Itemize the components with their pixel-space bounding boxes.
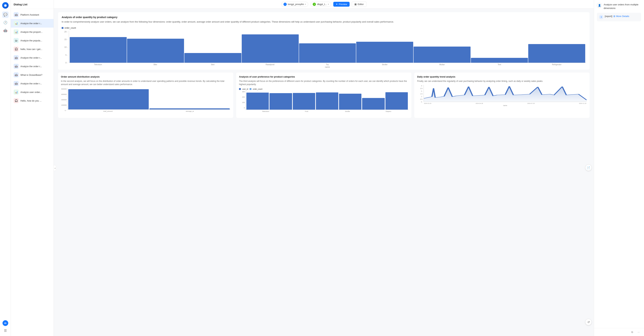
model2-name: dbgpt_t... [317, 3, 327, 5]
chart1-bar-3[interactable] [242, 34, 299, 63]
card-daily-trend: Daily order quantity trend analysis Fina… [414, 72, 590, 118]
dialog-label-7: Analyze the order r... [20, 65, 51, 68]
chart1-xlabel-5: Stroller [356, 63, 413, 65]
chart1-bar-0[interactable] [70, 37, 127, 63]
dialog-item-2[interactable]: 📊 Analyze the order r... [11, 19, 54, 27]
small-y-axis-3: 3 - 2.5- 2 - 1.5- 1 - 0.5- 0 - [417, 85, 424, 106]
dialog-icon-6: 🤖 [14, 55, 19, 60]
chart1-xlabel-0: Television [70, 63, 126, 65]
legend-dot [62, 27, 64, 29]
more-action-button[interactable]: ··· [636, 330, 641, 335]
model1-icon: T [284, 3, 287, 6]
dialog-label-8: What is OceanBase? [20, 74, 51, 76]
icon-bar: ◉ 💬 🕐 🤖 db ☰ [0, 0, 11, 336]
nav-history-icon[interactable]: 🕐 [2, 19, 8, 26]
preview-icon: ✦ [336, 3, 338, 5]
dialog-item-10[interactable]: 📊 Analyze user order... [11, 88, 54, 96]
dialog-item-1[interactable]: 🤖 Platform Assistant [11, 10, 54, 19]
chart1-bar-5[interactable] [356, 42, 413, 62]
right-panel-actions: ⧉ ··· [594, 328, 644, 336]
user-avatar[interactable]: db [2, 320, 8, 326]
small-y-axis-1: 800000 - 600000 - 400000 - 200000 - 0 - [61, 88, 67, 115]
chart1-bar-7[interactable] [471, 58, 528, 63]
mini-labels-2: Television Fruit Stroller Diapers [246, 110, 408, 112]
dialog-item-8[interactable]: 🤖 What is OceanBase? [11, 70, 54, 79]
nav-chat-icon[interactable]: 💬 [2, 11, 8, 18]
editor-button[interactable]: ▦ Editor [352, 1, 366, 7]
dialog-list-header: Dialog List [11, 0, 54, 9]
bars-wrapper-1 [69, 31, 586, 63]
small-bar-2g [386, 92, 408, 110]
small-bar-2f [362, 98, 384, 110]
external-link-icon: ⊞ [613, 15, 615, 17]
dialog-icon-2: 📊 [14, 21, 19, 26]
chart1-xlabel-7: Tent [471, 63, 528, 65]
model1-name: tongyi_proxyllm [288, 3, 304, 5]
model2-selector[interactable]: d dbgpt_t... ▾ [310, 2, 331, 7]
dialog-icon-10: 📊 [14, 89, 19, 95]
chart-legend: order_count [62, 27, 586, 29]
chart1-xlabel-8: Refrigerator [528, 63, 585, 65]
dialog-label-9: Analyze the order r... [20, 82, 51, 85]
card1-desc: In the second analysis, we will focus on… [61, 79, 230, 86]
card2-desc: The third analysis will focus on the pre… [239, 79, 408, 86]
top-bar: T tongyi_proxyllm ▾ d dbgpt_t... ▾ ✦ Pre… [54, 0, 594, 8]
dialog-item-6[interactable]: 🤖 Analyze the order r... [11, 53, 54, 62]
dialog-label-10: Analyze user order... [20, 91, 51, 93]
small-bar-2d [316, 92, 338, 110]
dialog-icon-5: 🎧 [14, 46, 19, 51]
chart1-xlabel-6: Multan [414, 63, 470, 65]
dialog-item-7[interactable]: 🤖 Analyze the order r... [11, 62, 54, 70]
dialog-icon-11: 🎧 [14, 98, 19, 103]
small-bars-2 [246, 91, 408, 110]
legend-label: order_count [64, 27, 76, 29]
small-y-axis-2: 300 200 100 0 [239, 91, 246, 112]
chart1-xlabel-2: Skirt [184, 63, 241, 65]
analysis-desc: In order to comprehensively analyze user… [62, 20, 586, 24]
copy-action-button[interactable]: ⧉ [630, 330, 635, 335]
model1-chevron-icon: ▾ [305, 3, 306, 5]
refresh-float-button[interactable]: ↺ [585, 319, 592, 325]
user-icon: 👤 [597, 3, 602, 8]
chart1-bar-2[interactable] [184, 53, 241, 63]
chart1-bar-8[interactable] [528, 44, 585, 63]
report-text: [report]: ⊞ More Details [605, 15, 629, 17]
more-details-link[interactable]: ⊞ More Details [613, 15, 629, 17]
card3-desc: Finally, we can understand the regularit… [417, 79, 587, 83]
small-bar-2e [339, 94, 362, 110]
collapse-sidebar-button[interactable]: ◂ [54, 165, 56, 171]
dialog-item-5[interactable]: 🎧 hello, how can i get... [11, 45, 54, 53]
chart1-bar-6[interactable] [414, 46, 470, 63]
dialog-label-6: Analyze the order r... [20, 56, 51, 59]
dialog-icon-3: 📊 [14, 29, 19, 34]
nav-agent-icon[interactable]: 🤖 [2, 27, 8, 34]
dialog-item-4[interactable]: 🗂 Analyze the popula... [11, 36, 54, 45]
user-message-text: Analyze user orders from multiple dimens… [604, 3, 641, 10]
trend-svg [424, 85, 587, 102]
preview-button[interactable]: ✦ Preview [333, 2, 350, 7]
dialog-label-4: Analyze the popula... [20, 39, 51, 42]
y-axis-1: 20 - 15 - 10 - 5 - 0 - [62, 31, 69, 68]
document-float-button[interactable]: 📄 [585, 164, 592, 171]
mini-labels-3: 2024-01-03 2024-04-28 2024-07-25 2024-11… [424, 103, 587, 104]
dialog-icon-9: 🤖 [14, 81, 19, 86]
card1-title: Order amount distribution analysis [61, 75, 230, 78]
nav-menu-icon[interactable]: ☰ [2, 328, 8, 334]
small-chart-2: user_id order_count 300 200 100 0 [239, 88, 408, 115]
dialog-icon-4: 🗂 [14, 38, 19, 43]
small-bar-1a [68, 89, 149, 109]
card2-legend1: user_id [242, 88, 248, 90]
card3-title: Daily order quantity trend analysis [417, 75, 587, 78]
dialog-item-9[interactable]: 🤖 Analyze the order r... [11, 79, 54, 88]
dialog-icon-1: 🤖 [14, 12, 19, 17]
app-logo: ◉ [2, 2, 8, 8]
chart1-bar-4[interactable] [299, 43, 356, 62]
dialog-item-3[interactable]: 📊 Analyze the proport... [11, 27, 54, 36]
analysis-grid: Order amount distribution analysis In th… [58, 72, 590, 118]
main-area: T tongyi_proxyllm ▾ d dbgpt_t... ▾ ✦ Pre… [54, 0, 594, 336]
dialog-item-11[interactable]: 🎧 Hello, how do you ... [11, 96, 54, 105]
model1-selector[interactable]: T tongyi_proxyllm ▾ [281, 2, 308, 7]
small-bar-2a [246, 93, 269, 110]
chart1-bar-1[interactable] [127, 39, 184, 63]
dialog-label-1: Platform Assistant [20, 13, 51, 16]
